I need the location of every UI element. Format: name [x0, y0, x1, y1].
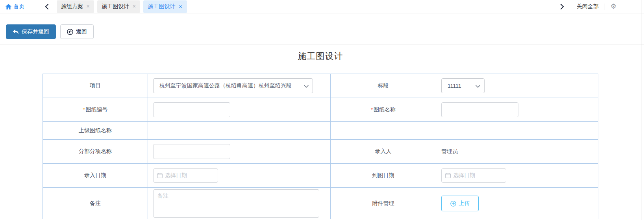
label-text: 图纸名称	[374, 106, 396, 113]
tabbar-right-controls: 关闭全部 ⚙	[558, 2, 616, 11]
required-mark: *	[371, 107, 373, 113]
home-link[interactable]: 首页	[6, 3, 24, 10]
recorder-value: 管理员	[441, 148, 458, 155]
field-label-arrive-date: 到图日期	[330, 164, 436, 187]
window-edge-line	[642, 0, 642, 220]
field-value-drawing-no	[148, 98, 330, 121]
field-value-project: 杭州至宁波国家高速公路（杭绍甬高速）杭州至绍兴段	[148, 74, 330, 98]
empty-cell	[330, 122, 436, 139]
save-and-return-label: 保存并返回	[22, 28, 49, 35]
main-content: 施工图设计 项目 杭州至宁波国家高速公路（杭绍甬高速）杭州至绍兴段 标段 111…	[0, 50, 599, 219]
upload-button[interactable]: 上传	[441, 196, 479, 211]
table-row: 分部分项名称 录入人 管理员	[43, 140, 598, 164]
chevron-down-icon	[476, 85, 480, 88]
chevron-left-icon	[45, 4, 49, 9]
close-all-button[interactable]: 关闭全部	[577, 3, 599, 10]
field-value-drawing-name	[436, 98, 598, 121]
tab-bar: 首页 施组方案 ✕ 施工图设计 ✕ 施工图设计 ✕ 关闭全部 ⚙	[0, 0, 644, 13]
field-label-drawing-name: * 图纸名称	[330, 98, 436, 121]
home-label: 首页	[13, 3, 24, 10]
project-select[interactable]: 杭州至宁波国家高速公路（杭绍甬高速）杭州至绍兴段	[153, 78, 313, 93]
tab-close-icon[interactable]: ✕	[178, 4, 182, 9]
label-text: 上级图纸名称	[79, 127, 112, 134]
field-label-record-date: 录入日期	[43, 164, 148, 187]
label-text: 录入日期	[84, 172, 106, 179]
label-text: 图纸编号	[86, 106, 108, 113]
field-value-attachment: 上传	[436, 188, 598, 219]
field-label-drawing-no: * 图纸编号	[43, 98, 148, 121]
field-value-parent-drawing	[148, 122, 330, 139]
circle-plus-icon	[450, 201, 456, 207]
field-label-subitem: 分部分项名称	[43, 140, 148, 163]
action-toolbar: 保存并返回 返回	[0, 13, 644, 44]
required-mark: *	[83, 107, 85, 113]
table-row: 上级图纸名称	[43, 122, 598, 140]
field-label-section: 标段	[330, 74, 436, 98]
field-label-project: 项目	[43, 74, 148, 98]
field-value-section: 11111	[436, 74, 598, 98]
field-label-remark: 备注	[43, 188, 148, 219]
section-select[interactable]: 11111	[441, 78, 485, 93]
form-table: 项目 杭州至宁波国家高速公路（杭绍甬高速）杭州至绍兴段 标段 11111	[43, 74, 598, 219]
field-value-remark	[148, 188, 330, 219]
gear-icon[interactable]: ⚙	[611, 3, 616, 10]
field-value-subitem	[148, 140, 330, 163]
subitem-input[interactable]	[153, 144, 230, 159]
label-text: 附件管理	[372, 200, 394, 207]
date-placeholder: 选择日期	[165, 172, 187, 179]
divider	[605, 4, 605, 10]
tabs-scroll-right-button[interactable]	[558, 2, 566, 11]
date-placeholder: 选择日期	[453, 172, 475, 179]
tabs-scroll-left-button[interactable]	[43, 2, 51, 11]
project-select-value: 杭州至宁波国家高速公路（杭绍甬高速）杭州至绍兴段	[159, 82, 292, 89]
tab-item-3-active[interactable]: 施工图设计 ✕	[143, 0, 187, 13]
arrive-date-input[interactable]: 选择日期	[441, 168, 506, 183]
page-title: 施工图设计	[43, 50, 598, 62]
circle-back-arrow-icon	[67, 29, 73, 35]
chevron-right-icon	[560, 4, 564, 9]
calendar-icon	[445, 173, 451, 178]
record-date-input[interactable]: 选择日期	[153, 168, 218, 183]
label-text: 标段	[378, 82, 389, 89]
table-row: 备注 附件管理 上传	[43, 188, 598, 219]
table-row: 录入日期 选择日期 到图日期 选择日期	[43, 164, 598, 188]
field-label-attachment: 附件管理	[330, 188, 436, 219]
label-text: 录入人	[375, 148, 392, 155]
chevron-down-icon	[304, 85, 309, 88]
label-text: 分部分项名称	[79, 148, 112, 155]
field-value-arrive-date: 选择日期	[436, 164, 598, 187]
tab-label: 施组方案	[61, 3, 83, 10]
field-value-record-date: 选择日期	[148, 164, 330, 187]
tab-close-icon[interactable]: ✕	[132, 4, 136, 9]
return-button[interactable]: 返回	[60, 24, 94, 39]
label-text: 到图日期	[372, 172, 394, 179]
upload-label: 上传	[459, 200, 470, 207]
save-and-return-button[interactable]: 保存并返回	[6, 24, 56, 39]
label-text: 备注	[90, 200, 101, 207]
table-row: 项目 杭州至宁波国家高速公路（杭绍甬高速）杭州至绍兴段 标段 11111	[43, 74, 598, 98]
table-row: * 图纸编号 * 图纸名称	[43, 98, 598, 122]
empty-cell	[436, 122, 598, 139]
tab-close-icon[interactable]: ✕	[86, 4, 90, 9]
section-select-value: 11111	[448, 83, 461, 89]
field-label-recorder: 录入人	[330, 140, 436, 163]
remark-textarea[interactable]	[153, 189, 319, 218]
tab-item-1[interactable]: 施组方案 ✕	[57, 0, 94, 13]
field-label-parent-drawing: 上级图纸名称	[43, 122, 148, 139]
tab-item-2[interactable]: 施工图设计 ✕	[97, 0, 140, 13]
tab-label: 施工图设计	[148, 3, 175, 10]
tab-label: 施工图设计	[102, 3, 129, 10]
drawing-name-input[interactable]	[441, 102, 518, 117]
reply-arrow-icon	[13, 29, 19, 35]
tab-list: 施组方案 ✕ 施工图设计 ✕ 施工图设计 ✕	[57, 0, 187, 13]
return-label: 返回	[76, 28, 87, 35]
drawing-no-input[interactable]	[153, 102, 230, 117]
label-text: 项目	[90, 82, 101, 89]
field-value-recorder: 管理员	[436, 140, 598, 163]
calendar-icon	[157, 173, 163, 178]
home-icon	[6, 4, 11, 9]
